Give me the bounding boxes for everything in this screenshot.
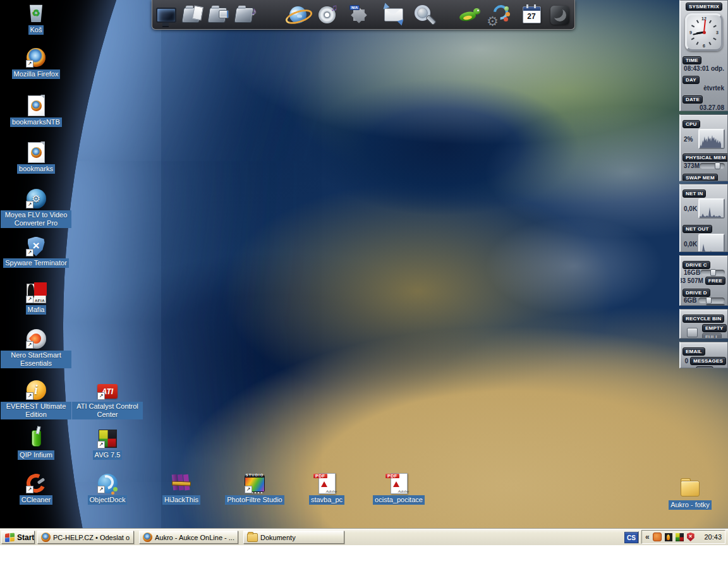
windows-logo-icon: [5, 533, 15, 543]
desktop-icon-label: Moyea FLV to Video Converter Pro: [1, 210, 71, 228]
dock-icon-internet[interactable]: [285, 2, 310, 28]
dock-icon-media-player[interactable]: [314, 2, 339, 28]
desktop-icon-ocista-pocitace[interactable]: PDFAdobe ocista_pocitace: [363, 473, 434, 505]
firefox-icon: [41, 533, 51, 542]
ati-icon: ATI: [97, 379, 118, 400]
desktop-icon-aukro-fotky[interactable]: Aukro - fotky: [655, 474, 725, 510]
pdf-document-icon: PDFAdobe: [388, 473, 410, 494]
dock-icon-documents-folder[interactable]: [179, 2, 204, 28]
dock-icon-settings[interactable]: ⚙: [486, 2, 511, 28]
desktop-icon-avg[interactable]: AVG 7.5: [72, 428, 143, 460]
email-size-label: SIZE: [696, 366, 714, 368]
desktop-icon-moyea[interactable]: Moyea FLV to Video Converter Pro: [1, 188, 71, 228]
time-label: TIME: [682, 56, 701, 64]
everest-info-icon: [25, 379, 47, 400]
dock-icon-music-folder[interactable]: [231, 2, 257, 28]
mafia-game-icon: AFIA: [25, 282, 47, 304]
sysmetrix-email-section: EMAIL 0 MESSAGES 0K SIZE: [679, 342, 728, 368]
clock-tick: [696, 42, 699, 45]
desktop-icon-stavba-pc[interactable]: PDFAdobe stavba_pc: [291, 473, 362, 505]
objectdock-bar[interactable]: N/A ⚙ 27: [152, 0, 575, 30]
dock-icon-email[interactable]: [381, 2, 406, 28]
nero-orb: [27, 329, 46, 349]
recycle-bin-mini-icon: [687, 328, 698, 337]
net-out-label: NET OUT: [682, 225, 712, 233]
desktop-icon-firefox[interactable]: Mozilla Firefox: [1, 47, 71, 79]
tray-chevron-button[interactable]: «: [645, 531, 650, 543]
taskbar-button-dokumenty[interactable]: Dokumenty: [243, 531, 344, 544]
slider-thumb: [715, 162, 720, 169]
desktop-icon-kos[interactable]: Koš: [1, 3, 71, 35]
desktop[interactable]: N/A ⚙ 27 Koš Mozilla Firefox bookmarksNT…: [0, 0, 728, 528]
desktop-icon-objectdock[interactable]: ObjectDock: [72, 473, 143, 505]
drive-d-free-value: 96 899M: [679, 305, 703, 306]
pdf-document-icon: PDFAdobe: [316, 473, 337, 494]
clock-tick: [709, 20, 712, 23]
date-label: DATE: [682, 95, 703, 104]
language-indicator[interactable]: CS: [624, 532, 638, 543]
music-folder-icon: [234, 8, 253, 23]
clock-numeral-9: 9: [689, 30, 692, 35]
desktop-icon-ati[interactable]: ATI ATI Catalyst Control Center: [72, 379, 143, 419]
qip-tray-icon[interactable]: [653, 533, 662, 541]
desktop-icon-nero[interactable]: Nero StartSmart Essentials: [1, 328, 71, 368]
net-out-graph: [698, 234, 725, 252]
desktop-icon-hijackthis[interactable]: HiJackThis: [146, 473, 217, 505]
desktop-icon-bookmarks[interactable]: bookmarks: [1, 142, 71, 174]
dock-icon-gecko[interactable]: [457, 2, 482, 28]
desktop-icon-label: AVG 7.5: [93, 450, 123, 460]
desktop-icon-ccleaner[interactable]: CCleaner: [1, 473, 71, 505]
sysmetrix-title: SYSMETRIX: [686, 3, 722, 11]
firefox-mini-icon: [31, 147, 42, 158]
sysmetrix-widget[interactable]: SYSMETRIX 12 3 6 9: [679, 0, 728, 368]
dock-icon-pictures-folder[interactable]: [205, 2, 230, 28]
calendar-day: 27: [523, 11, 540, 21]
blue-orb-gear-icon: [25, 188, 47, 209]
desktop-icon-bookmarksntb[interactable]: bookmarksNTB: [1, 95, 71, 127]
taskbar-button-aukro[interactable]: Aukro - Aukce OnLine - ...: [139, 531, 238, 544]
desktop-icon-photofiltre[interactable]: STUDIO PhotoFiltre Studio: [219, 473, 290, 505]
desktop-icon-spyware-terminator[interactable]: Spyware Terminator: [1, 236, 71, 268]
start-button[interactable]: Start: [1, 531, 35, 544]
recycle-bin-label: RECYCLE BIN: [682, 315, 724, 323]
firefox-globe: [27, 48, 46, 67]
tray-clock[interactable]: 20:43: [704, 533, 722, 541]
desktop-icon-label: CCleaner: [20, 495, 52, 505]
drive-d-size: 6GB: [684, 297, 697, 304]
recycle-empty-indicator: EMPTY: [702, 324, 727, 332]
spyware-terminator-tray-icon[interactable]: [665, 533, 672, 541]
objectdock-icon: [97, 473, 118, 494]
net-in-value: 0,0K: [684, 205, 697, 212]
dock-icon-na-plugin[interactable]: N/A: [346, 2, 372, 28]
email-envelope-icon: [384, 8, 403, 21]
dock-icon-calendar[interactable]: 27: [519, 2, 544, 28]
system-tray: « 20:43: [641, 530, 725, 544]
dock-icon-objectdock-logo[interactable]: [547, 2, 573, 28]
objectdock-logo-icon: [550, 6, 569, 25]
clock-numeral-6: 6: [703, 44, 705, 48]
cpu-graph-svg: [700, 131, 721, 148]
dock-icon-desktop[interactable]: [154, 2, 179, 28]
adobe-text: Adobe: [326, 490, 337, 493]
sysmetrix-drives-section: DRIVE C 16GB 33 507M FREE DRIVE D 6GB 96…: [679, 255, 728, 306]
desktop-icon-label: Mafia: [26, 305, 47, 315]
email-messages-label: MESSAGES: [690, 357, 726, 365]
avg-quadrants: [99, 430, 117, 448]
desktop-icon-everest[interactable]: EVEREST Ultimate Edition: [1, 379, 71, 419]
dock-icon-search[interactable]: [407, 2, 432, 28]
desktop-icon-qip[interactable]: QIP Infium: [1, 428, 71, 460]
orb: [27, 189, 46, 208]
desktop-icon-label: ATI Catalyst Control Center: [72, 402, 143, 419]
desktop-icon-label: Koš: [28, 25, 44, 35]
desktop-icon-mafia[interactable]: AFIA Mafia: [1, 282, 71, 315]
taskbar-button-pchelp[interactable]: PC-HELP.CZ • Odeslat o...: [37, 531, 134, 544]
sunburst-icon: N/A: [350, 6, 368, 24]
gecko-eye: [477, 9, 479, 11]
desktop-icon-label: Nero StartSmart Essentials: [1, 351, 71, 368]
adobe-text: Adobe: [398, 490, 409, 493]
avg-shield-tray-icon[interactable]: [687, 533, 695, 541]
mafia-text: AFIA: [35, 299, 45, 303]
clock-center-cap: [703, 31, 706, 34]
avg-tray-icon[interactable]: [676, 533, 684, 541]
net-in-graph-svg: [700, 201, 721, 217]
